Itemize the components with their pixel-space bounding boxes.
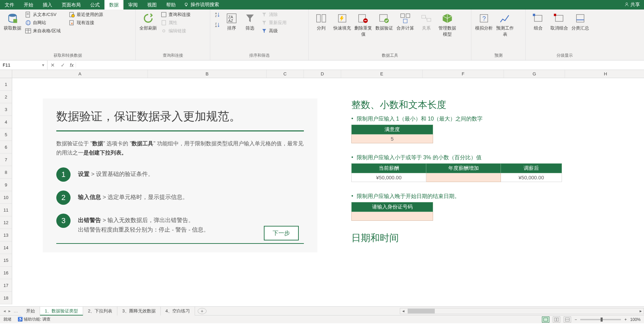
row-header[interactable]: 18 bbox=[0, 292, 12, 304]
zoom-thumb[interactable] bbox=[601, 318, 603, 322]
recent-sources-button[interactable]: 最近使用的源 bbox=[67, 11, 104, 18]
zoom-in-button[interactable]: + bbox=[624, 317, 627, 322]
row-header[interactable]: 8 bbox=[0, 166, 12, 179]
zoom-slider[interactable] bbox=[580, 319, 621, 320]
svg-rect-35 bbox=[403, 19, 407, 23]
sheet-tab[interactable]: 1、数据验证类型 bbox=[40, 307, 83, 315]
consolidate-button[interactable]: 合并计算 bbox=[395, 11, 415, 33]
sheet-tab[interactable]: 3、圈释无效数据 bbox=[117, 307, 160, 315]
formula-accept-icon[interactable]: ✓ bbox=[58, 62, 68, 68]
t2-v2[interactable] bbox=[426, 173, 501, 182]
row-header[interactable]: 10 bbox=[0, 191, 12, 204]
column-header[interactable]: H bbox=[565, 70, 644, 78]
text-to-columns-button[interactable]: 分列 bbox=[311, 11, 331, 33]
relationships-button[interactable]: 关系 bbox=[416, 11, 436, 33]
name-box[interactable]: F11 ▾ bbox=[0, 60, 47, 70]
column-header[interactable]: F bbox=[423, 70, 504, 78]
advanced-filter-button[interactable]: 高级 bbox=[260, 27, 288, 35]
queries-conn-button[interactable]: 查询和连接 bbox=[159, 11, 192, 18]
sheet-tab[interactable]: 2、下拉列表 bbox=[83, 307, 117, 315]
menu-help[interactable]: 帮助 bbox=[161, 0, 180, 10]
menu-home[interactable]: 开始 bbox=[19, 0, 38, 10]
whatif-button[interactable]: ?模拟分析 bbox=[474, 11, 494, 33]
row-header[interactable]: 5 bbox=[0, 128, 12, 141]
from-range-button[interactable]: 来自表格/区域 bbox=[24, 27, 62, 35]
sheet-tab[interactable]: 开始 bbox=[21, 307, 40, 315]
menu-formula[interactable]: 公式 bbox=[85, 0, 104, 10]
row-header[interactable]: 1 bbox=[0, 78, 12, 91]
existing-conn-button[interactable]: 现有连接 bbox=[67, 19, 104, 26]
formula-cancel-icon[interactable]: ✕ bbox=[47, 62, 58, 68]
row-header[interactable]: 9 bbox=[0, 179, 12, 191]
t3-empty-cell[interactable] bbox=[352, 212, 433, 221]
t1-value-cell[interactable]: 5 bbox=[352, 134, 433, 143]
forecast-sheet-button[interactable]: 预测工作表 bbox=[495, 11, 515, 39]
from-csv-button[interactable]: 从文本/CSV bbox=[24, 11, 62, 18]
scroll-thumb[interactable] bbox=[408, 309, 435, 313]
row-header[interactable]: 17 bbox=[0, 279, 12, 292]
menu-view[interactable]: 视图 bbox=[142, 0, 161, 10]
menu-insert[interactable]: 插入 bbox=[38, 0, 57, 10]
sort-button[interactable]: ZAAZ 排序 bbox=[223, 11, 240, 33]
column-header[interactable]: A bbox=[12, 70, 148, 78]
menu-layout[interactable]: 页面布局 bbox=[57, 0, 85, 10]
column-header[interactable]: G bbox=[504, 70, 565, 78]
row-header[interactable]: 2 bbox=[0, 91, 12, 103]
share-button[interactable]: 共享 bbox=[624, 2, 640, 8]
row-header[interactable]: 12 bbox=[0, 216, 12, 229]
column-header[interactable]: E bbox=[341, 70, 423, 78]
sort-za-button[interactable]: ZA bbox=[213, 21, 222, 29]
row-header[interactable]: 15 bbox=[0, 254, 12, 267]
row-header[interactable]: 6 bbox=[0, 141, 12, 154]
remove-duplicates-button[interactable]: 删除重复值 bbox=[353, 11, 373, 39]
content-pane[interactable]: 数据验证，保证数据录入更加规范。 数据验证位于 "数据" 选项卡的 "数据工具"… bbox=[12, 78, 644, 306]
row-header[interactable]: 3 bbox=[0, 103, 12, 116]
t2-v1[interactable]: ¥50,000.00 bbox=[352, 173, 426, 182]
tab-nav-first[interactable]: ◂ bbox=[3, 308, 6, 313]
refresh-icon bbox=[142, 12, 154, 24]
from-web-button[interactable]: 自网站 bbox=[24, 19, 62, 26]
next-button[interactable]: 下一步 bbox=[264, 226, 299, 240]
get-data-button[interactable]: 获取数据 bbox=[3, 11, 22, 33]
zoom-value[interactable]: 100% bbox=[630, 317, 641, 322]
refresh-all-button[interactable]: 全部刷新 bbox=[138, 11, 158, 33]
accessibility-status[interactable]: ♿ 辅助功能: 调查 bbox=[18, 317, 51, 322]
view-normal-button[interactable] bbox=[542, 317, 549, 323]
fx-icon[interactable]: fx bbox=[68, 62, 76, 68]
column-header[interactable]: B bbox=[148, 70, 267, 78]
menu-file[interactable]: 文件 bbox=[0, 0, 19, 10]
scroll-right-icon[interactable]: ▸ bbox=[638, 308, 644, 313]
group-rows-button[interactable]: 组合 bbox=[528, 11, 548, 33]
sheet-tab[interactable]: 4、空白练习 bbox=[161, 307, 195, 315]
row-header[interactable]: 7 bbox=[0, 154, 12, 166]
manage-model-button[interactable]: 管理数据模型 bbox=[437, 11, 457, 39]
tab-nav-prev[interactable]: ▸ bbox=[8, 308, 11, 313]
subtotal-button[interactable]: 分类汇总 bbox=[570, 11, 590, 33]
menu-review[interactable]: 审阅 bbox=[123, 0, 142, 10]
name-box-dropdown-icon[interactable]: ▾ bbox=[42, 62, 44, 68]
row-header[interactable]: 4 bbox=[0, 116, 12, 128]
add-sheet-button[interactable]: + bbox=[198, 308, 207, 314]
column-header[interactable]: C bbox=[267, 70, 304, 78]
zoom-out-button[interactable]: − bbox=[574, 317, 577, 322]
column-header[interactable]: D bbox=[304, 70, 341, 78]
ungroup-button[interactable]: 取消组合 bbox=[549, 11, 569, 33]
horizontal-scrollbar[interactable]: ◂ ▸ bbox=[400, 308, 644, 314]
filter-button[interactable]: 筛选 bbox=[241, 11, 258, 33]
row-header[interactable]: 11 bbox=[0, 204, 12, 216]
tab-nav-dots[interactable]: … bbox=[14, 308, 18, 313]
sort-az-button[interactable]: AZ bbox=[213, 11, 222, 18]
flash-fill-button[interactable]: 快速填充 bbox=[332, 11, 352, 33]
data-validation-button[interactable]: 数据验证 bbox=[374, 11, 394, 33]
scroll-left-icon[interactable]: ◂ bbox=[400, 308, 406, 313]
select-all-corner[interactable] bbox=[0, 70, 12, 78]
menu-data[interactable]: 数据 bbox=[104, 0, 123, 10]
row-header[interactable]: 14 bbox=[0, 241, 12, 254]
row-header[interactable]: 13 bbox=[0, 229, 12, 241]
view-page-break-button[interactable] bbox=[564, 317, 571, 323]
view-page-layout-button[interactable] bbox=[553, 317, 560, 323]
t2-v3[interactable]: ¥50,000.00 bbox=[501, 173, 562, 182]
tell-me-search[interactable]: 操作说明搜索 bbox=[184, 2, 219, 8]
row-header[interactable]: 16 bbox=[0, 267, 12, 279]
formula-input[interactable] bbox=[76, 60, 644, 70]
